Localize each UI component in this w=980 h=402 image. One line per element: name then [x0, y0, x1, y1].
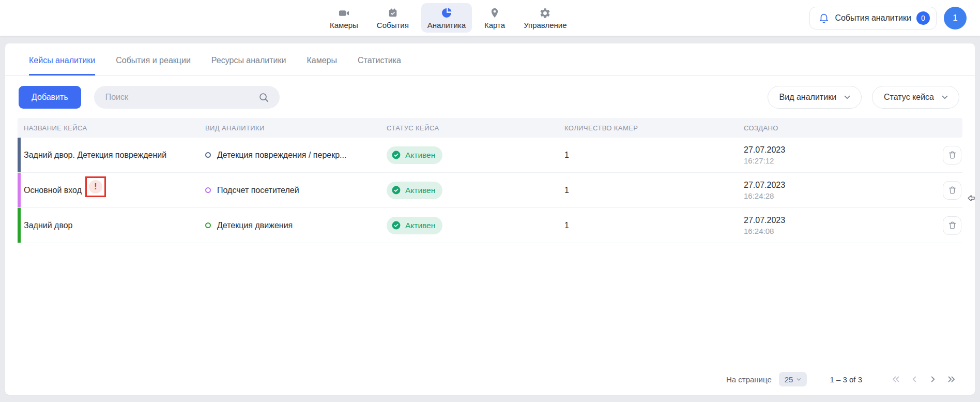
nav-item-cameras[interactable]: Камеры — [324, 3, 364, 33]
delete-button[interactable] — [943, 146, 961, 165]
table-row[interactable]: Задний двор Детекция движения Активен 1 … — [18, 208, 962, 243]
pie-chart-icon — [440, 7, 453, 19]
filter-case-status[interactable]: Статус кейса — [872, 86, 959, 109]
tab-analytics-cases[interactable]: Кейсы аналитики — [29, 56, 95, 76]
events-calendar-icon — [387, 7, 399, 19]
nav-label: Карта — [484, 21, 505, 29]
camera-count: 1 — [564, 151, 744, 160]
case-name: Задний двор. Детекция повреждений — [24, 151, 166, 160]
filter-label: Статус кейса — [884, 93, 934, 102]
analytics-type-label: Детекция движения — [217, 221, 293, 230]
bell-icon — [818, 12, 830, 24]
add-button[interactable]: Добавить — [19, 86, 81, 109]
check-circle-icon — [391, 150, 401, 160]
user-avatar[interactable]: 1 — [944, 7, 967, 29]
page-range-label: 1 – 3 of 3 — [830, 375, 862, 384]
per-page-value: 25 — [785, 375, 793, 384]
trash-icon — [947, 220, 957, 230]
table-row[interactable]: Основной вход ! Подсчет посетителей Акти… — [18, 173, 962, 208]
chevron-down-icon — [795, 376, 802, 383]
content-card: Кейсы аналитики События и реакции Ресурс… — [5, 43, 975, 395]
check-circle-icon — [391, 185, 401, 195]
main-nav: Камеры События Аналитика Карта Управлени… — [324, 0, 573, 36]
prev-page-button[interactable] — [908, 373, 921, 386]
check-circle-icon — [391, 220, 401, 230]
table-header: НАЗВАНИЕ КЕЙСА ВИД АНАЛИТИКИ СТАТУС КЕЙС… — [18, 118, 962, 138]
case-name: Основной вход — [24, 186, 82, 195]
topbar-right: События аналитики 0 1 — [809, 0, 967, 36]
table-row[interactable]: Задний двор. Детекция повреждений Детекц… — [18, 138, 962, 173]
search-input[interactable] — [94, 86, 280, 109]
analytics-type-cell: Детекция повреждения / перекр... — [205, 151, 387, 160]
analytics-type-ring-icon — [205, 152, 211, 158]
tab-cameras[interactable]: Камеры — [307, 56, 337, 76]
per-page-label: На странице — [726, 375, 772, 384]
status-label: Активен — [405, 186, 435, 195]
chevron-down-icon — [843, 93, 852, 102]
analytics-events-button[interactable]: События аналитики 0 — [809, 7, 937, 29]
column-camera-count: КОЛИЧЕСТВО КАМЕР — [564, 124, 744, 132]
double-chevron-left-icon — [890, 374, 901, 385]
tab-analytics-resources[interactable]: Ресурсы аналитики — [211, 56, 286, 76]
nav-label: Камеры — [330, 21, 358, 29]
mouse-cursor — [967, 193, 976, 203]
filters: Вид аналитики Статус кейса — [768, 86, 959, 109]
nav-item-analytics[interactable]: Аналитика — [421, 3, 472, 33]
events-count-badge: 0 — [916, 11, 930, 25]
events-button-label: События аналитики — [835, 13, 911, 23]
created-cell: 27.07.2023 16:24:08 — [744, 216, 929, 235]
first-page-button[interactable] — [889, 373, 902, 386]
trash-icon — [947, 185, 957, 195]
nav-item-events[interactable]: События — [371, 3, 415, 33]
created-date: 27.07.2023 — [744, 181, 929, 190]
status-label: Активен — [405, 151, 435, 160]
nav-label: Управление — [524, 21, 566, 29]
camera-count: 1 — [564, 186, 744, 195]
created-cell: 27.07.2023 16:27:12 — [744, 145, 929, 165]
nav-item-management[interactable]: Управление — [517, 3, 573, 33]
status-badge: Активен — [387, 146, 442, 164]
pagination-footer: На странице 25 1 – 3 of 3 — [18, 370, 958, 389]
delete-button[interactable] — [943, 181, 961, 200]
next-page-button[interactable] — [926, 373, 940, 386]
last-page-button[interactable] — [945, 373, 958, 386]
chevron-down-icon — [940, 93, 950, 102]
nav-item-map[interactable]: Карта — [478, 3, 511, 33]
trash-icon — [947, 150, 957, 160]
status-badge: Активен — [387, 217, 442, 234]
chevron-left-icon — [909, 374, 920, 385]
chevron-right-icon — [927, 374, 939, 385]
pager — [889, 373, 958, 386]
nav-label: События — [377, 21, 409, 29]
column-analytics-type: ВИД АНАЛИТИКИ — [205, 124, 387, 132]
section-tabs: Кейсы аналитики События и реакции Ресурс… — [5, 43, 975, 76]
status-cell: Активен — [387, 182, 564, 199]
search-box — [94, 86, 280, 109]
column-created: СОЗДАНО — [744, 124, 929, 132]
tab-events-reactions[interactable]: События и реакции — [116, 56, 191, 76]
map-pin-icon — [489, 7, 500, 19]
row-accent-bar — [18, 208, 21, 243]
column-case-status: СТАТУС КЕЙСА — [387, 124, 564, 132]
created-time: 16:24:08 — [744, 227, 929, 235]
topbar: Камеры События Аналитика Карта Управлени… — [0, 0, 980, 36]
created-cell: 27.07.2023 16:24:28 — [744, 181, 929, 200]
delete-button[interactable] — [943, 216, 961, 235]
analytics-type-label: Детекция повреждения / перекр... — [217, 151, 346, 160]
filter-label: Вид аналитики — [779, 93, 837, 102]
case-name: Задний двор — [24, 221, 73, 230]
per-page-select[interactable]: 25 — [779, 372, 807, 386]
status-cell: Активен — [387, 217, 564, 234]
nav-label: Аналитика — [427, 21, 466, 29]
row-accent-bar — [18, 173, 21, 207]
cases-table: НАЗВАНИЕ КЕЙСА ВИД АНАЛИТИКИ СТАТУС КЕЙС… — [18, 118, 962, 243]
row-accent-bar — [18, 138, 21, 172]
filter-analytics-type[interactable]: Вид аналитики — [768, 86, 862, 109]
analytics-type-ring-icon — [205, 222, 211, 228]
warning-annotation: ! — [85, 176, 106, 197]
analytics-type-label: Подсчет посетителей — [217, 186, 299, 195]
created-time: 16:27:12 — [744, 156, 929, 165]
status-label: Активен — [405, 221, 435, 230]
status-cell: Активен — [387, 146, 564, 164]
tab-statistics[interactable]: Статистика — [358, 56, 401, 76]
